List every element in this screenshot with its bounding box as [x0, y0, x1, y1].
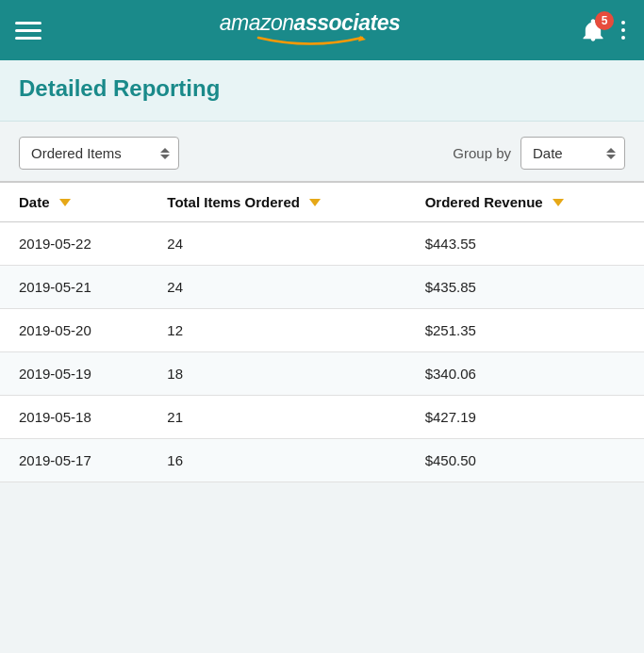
group-by-select[interactable]: Date Week Month ASIN Category	[520, 137, 625, 170]
table-section: Date Total Items Ordered Ordered Revenue…	[0, 181, 644, 482]
notification-badge: 5	[595, 11, 614, 30]
cell-revenue: $435.85	[406, 266, 644, 309]
cell-date: 2019-05-21	[0, 266, 148, 309]
col-date-label: Date	[19, 194, 50, 210]
cell-total-items: 24	[148, 266, 405, 309]
col-date[interactable]: Date	[0, 183, 148, 222]
logo-smile-icon	[249, 35, 372, 46]
page-title-section: Detailed Reporting	[0, 60, 644, 122]
sort-arrow-revenue-icon	[553, 199, 564, 206]
cell-date: 2019-05-18	[0, 396, 148, 439]
kebab-menu-button[interactable]	[618, 17, 629, 43]
notifications-button[interactable]: 5	[578, 15, 608, 45]
logo: amazonassociates	[220, 12, 400, 49]
app-header: amazonassociates 5	[0, 0, 644, 60]
cell-revenue: $443.55	[406, 222, 644, 266]
cell-total-items: 24	[148, 222, 405, 266]
report-type-select[interactable]: Ordered Items Ordered Revenue Clicks Con…	[19, 137, 179, 170]
sort-arrow-date-icon	[59, 199, 71, 206]
cell-total-items: 16	[148, 439, 405, 482]
table-header-row: Date Total Items Ordered Ordered Revenue	[0, 183, 644, 222]
cell-date: 2019-05-20	[0, 309, 148, 352]
header-right: 5	[578, 15, 629, 45]
col-revenue-label: Ordered Revenue	[425, 194, 543, 210]
cell-revenue: $340.06	[406, 352, 644, 396]
group-by-label: Group by	[453, 145, 511, 161]
report-type-select-wrapper: Ordered Items Ordered Revenue Clicks Con…	[19, 137, 179, 170]
logo-associates: associates	[294, 10, 401, 35]
page-title: Detailed Reporting	[19, 75, 625, 102]
sort-arrow-items-icon	[309, 199, 321, 206]
table-body: 2019-05-2224$443.552019-05-2124$435.8520…	[0, 222, 644, 482]
table-row: 2019-05-2224$443.55	[0, 222, 644, 266]
col-total-items-label: Total Items Ordered	[167, 194, 300, 210]
table-row: 2019-05-1918$340.06	[0, 352, 644, 396]
table-row: 2019-05-2012$251.35	[0, 309, 644, 352]
cell-revenue: $251.35	[406, 309, 644, 352]
group-by-select-wrapper: Date Week Month ASIN Category	[520, 137, 625, 170]
header-center: amazonassociates	[41, 12, 578, 49]
col-total-items[interactable]: Total Items Ordered	[148, 183, 405, 222]
table-row: 2019-05-1716$450.50	[0, 439, 644, 482]
cell-total-items: 21	[148, 396, 405, 439]
header-left	[15, 22, 41, 40]
data-table: Date Total Items Ordered Ordered Revenue…	[0, 183, 644, 482]
cell-date: 2019-05-22	[0, 222, 148, 266]
table-row: 2019-05-2124$435.85	[0, 266, 644, 309]
hamburger-menu-button[interactable]	[15, 22, 41, 40]
cell-total-items: 12	[148, 309, 405, 352]
cell-date: 2019-05-17	[0, 439, 148, 482]
group-by-wrapper: Group by Date Week Month ASIN Category	[453, 137, 625, 170]
col-revenue[interactable]: Ordered Revenue	[406, 183, 644, 222]
table-row: 2019-05-1821$427.19	[0, 396, 644, 439]
cell-revenue: $427.19	[406, 396, 644, 439]
cell-revenue: $450.50	[406, 439, 644, 482]
cell-total-items: 18	[148, 352, 405, 396]
logo-amazon: amazon	[220, 10, 294, 35]
controls-row: Ordered Items Ordered Revenue Clicks Con…	[0, 122, 644, 181]
cell-date: 2019-05-19	[0, 352, 148, 396]
